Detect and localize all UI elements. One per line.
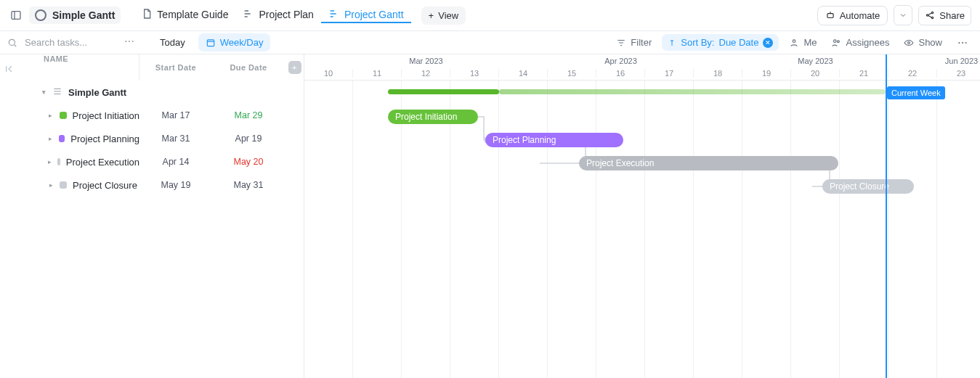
- week-cell[interactable]: 23: [937, 69, 980, 78]
- caret-right-icon[interactable]: ▸: [48, 181, 54, 189]
- col-start[interactable]: Start Date: [139, 63, 212, 72]
- gantt-bar[interactable]: Project Closure: [822, 179, 914, 194]
- toolbar: Today Week/Day Filter Sort By: Due Date …: [0, 31, 980, 54]
- view-tabs: Template Guide Project Plan Project Gant…: [134, 8, 410, 23]
- col-due[interactable]: Due Date: [212, 63, 285, 72]
- filter-label: Filter: [631, 37, 652, 48]
- gantt-icon: [243, 8, 254, 22]
- search-box[interactable]: [7, 36, 118, 49]
- gantt-bar[interactable]: Project Execution: [579, 156, 838, 170]
- add-column-button[interactable]: +: [285, 61, 304, 74]
- people-icon: [831, 38, 841, 48]
- current-week-line: [886, 54, 887, 378]
- add-view-button[interactable]: + View: [421, 7, 466, 25]
- task-row[interactable]: ▸ Project Execution Apr 14 May 20: [0, 150, 304, 173]
- svg-point-3: [932, 12, 934, 13]
- automate-menu-button[interactable]: [894, 5, 912, 25]
- task-row[interactable]: ▸ Project Planning Mar 31 Apr 19: [0, 127, 304, 150]
- collapse-left-icon[interactable]: [4, 63, 16, 78]
- search-more-button[interactable]: [123, 36, 135, 50]
- tab-label: Project Plan: [259, 9, 313, 20]
- due-date[interactable]: May 20: [212, 157, 285, 167]
- week-cell[interactable]: 17: [645, 69, 694, 78]
- sort-prefix: Sort By:: [681, 37, 714, 48]
- parent-name: Simple Gantt: [68, 87, 126, 98]
- workspace-chip[interactable]: Simple Gantt: [29, 7, 121, 24]
- svg-point-2: [927, 15, 928, 16]
- svg-point-7: [129, 40, 130, 41]
- month-cell: Jun 2023: [937, 57, 980, 65]
- filter-button[interactable]: Filter: [612, 34, 656, 51]
- share-label: Share: [939, 10, 965, 21]
- task-name: Project Execution: [66, 157, 139, 168]
- sort-clear-button[interactable]: ✕: [763, 38, 773, 48]
- gantt-bar[interactable]: Project Initiation: [388, 110, 478, 124]
- content: NAME Start Date Due Date + ▾ Simple Gant…: [0, 54, 980, 378]
- share-button[interactable]: Share: [918, 6, 971, 25]
- week-cell[interactable]: 13: [450, 69, 499, 78]
- task-list-body: ▾ Simple Gantt ▸ Project Initiation Mar …: [0, 81, 304, 197]
- svg-point-11: [834, 39, 837, 42]
- month-row: Mar 2023 Apr 2023 May 2023 Jun 2023: [304, 54, 980, 67]
- week-cell[interactable]: 10: [304, 69, 353, 78]
- sidebar-toggle-icon[interactable]: [6, 5, 26, 25]
- week-cell[interactable]: 15: [548, 69, 596, 78]
- caret-right-icon[interactable]: ▸: [48, 158, 52, 165]
- gantt-bar[interactable]: Project Planning: [485, 133, 623, 147]
- week-cell[interactable]: 22: [888, 69, 937, 78]
- week-cell[interactable]: 19: [742, 69, 791, 78]
- view-more-button[interactable]: [952, 34, 973, 52]
- assignees-label: Assignees: [846, 37, 889, 48]
- automate-label: Automate: [840, 10, 880, 21]
- me-button[interactable]: Me: [785, 34, 821, 51]
- assignees-button[interactable]: Assignees: [827, 34, 894, 51]
- task-row[interactable]: ▸ Project Closure May 19 May 31: [0, 173, 304, 197]
- week-cell[interactable]: 18: [694, 69, 742, 78]
- month-cell: May 2023: [791, 57, 840, 65]
- task-row-parent[interactable]: ▾ Simple Gantt: [0, 81, 304, 104]
- zoom-chip[interactable]: Week/Day: [198, 33, 271, 52]
- caret-right-icon[interactable]: ▸: [48, 112, 54, 119]
- start-date[interactable]: Mar 17: [139, 110, 212, 120]
- svg-rect-9: [207, 39, 214, 46]
- doc-icon: [141, 8, 153, 22]
- tab-project-plan[interactable]: Project Plan: [235, 8, 320, 23]
- today-button[interactable]: Today: [153, 33, 193, 52]
- due-date[interactable]: Apr 19: [212, 133, 285, 144]
- status-bullet: [60, 181, 67, 189]
- due-date[interactable]: Mar 29: [212, 110, 285, 120]
- search-icon: [7, 38, 17, 48]
- task-list-panel: NAME Start Date Due Date + ▾ Simple Gant…: [0, 54, 304, 378]
- start-date[interactable]: Mar 31: [139, 133, 212, 144]
- week-cell[interactable]: 16: [596, 69, 645, 78]
- filter-icon: [616, 38, 626, 48]
- show-button[interactable]: Show: [899, 34, 947, 51]
- sort-icon: [668, 38, 676, 47]
- week-cell[interactable]: 21: [840, 69, 888, 78]
- sort-chip[interactable]: Sort By: Due Date ✕: [662, 34, 779, 51]
- svg-point-12: [838, 40, 840, 42]
- caret-right-icon[interactable]: ▸: [48, 135, 53, 142]
- status-bullet: [60, 112, 67, 119]
- search-input[interactable]: [23, 36, 118, 49]
- tab-template-guide[interactable]: Template Guide: [134, 8, 235, 23]
- week-cell[interactable]: 12: [402, 69, 450, 78]
- workspace-title: Simple Gantt: [52, 9, 115, 21]
- plus-icon: +: [288, 61, 301, 74]
- task-row[interactable]: ▸ Project Initiation Mar 17 Mar 29: [0, 104, 304, 127]
- col-name[interactable]: NAME: [0, 54, 139, 81]
- svg-point-13: [908, 41, 910, 44]
- svg-point-14: [958, 41, 960, 43]
- start-date[interactable]: May 19: [139, 180, 212, 190]
- tab-project-gantt[interactable]: Project Gantt: [321, 8, 411, 23]
- week-cell[interactable]: 20: [791, 69, 840, 78]
- caret-down-icon[interactable]: ▾: [41, 89, 46, 96]
- add-view-label: View: [438, 10, 458, 21]
- start-date[interactable]: Apr 14: [139, 157, 212, 167]
- due-date[interactable]: May 31: [212, 180, 285, 190]
- sort-value: Due Date: [719, 37, 759, 48]
- automate-button[interactable]: Automate: [817, 6, 888, 25]
- current-week-badge: Current Week: [887, 86, 945, 99]
- week-cell[interactable]: 11: [353, 69, 402, 78]
- week-cell[interactable]: 14: [499, 69, 548, 78]
